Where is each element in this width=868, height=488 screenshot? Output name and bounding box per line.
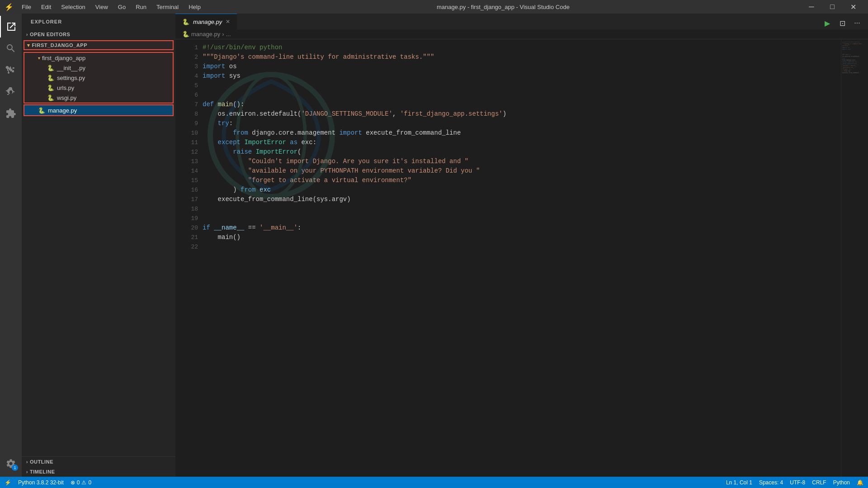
bell-icon: 🔔 — [857, 479, 863, 486]
code-line-6 — [203, 90, 841, 100]
folder-expand-icon: ▾ — [27, 42, 30, 48]
activity-explorer[interactable] — [0, 16, 22, 38]
file-name: urls.py — [57, 84, 74, 91]
chevron-right-icon: › — [26, 32, 28, 37]
language-label: Python — [833, 479, 850, 486]
settings-button[interactable]: 1 — [0, 453, 22, 474]
more-actions-button[interactable]: ··· — [851, 17, 863, 29]
code-line-1: #!/usr/bin/env python — [203, 43, 841, 52]
menu-file[interactable]: File — [17, 3, 36, 11]
maximize-button[interactable]: □ — [822, 0, 843, 14]
warning-number: 0 — [88, 479, 91, 486]
menu-selection[interactable]: Selection — [57, 3, 90, 11]
activity-source-control[interactable] — [0, 59, 22, 81]
menu-run[interactable]: Run — [131, 3, 151, 11]
wsgi-file[interactable]: 🐍 wsgi.py — [24, 93, 173, 103]
python-version-label: Python 3.8.2 32-bit — [18, 479, 64, 486]
code-content[interactable]: #!/usr/bin/env python """Django's comman… — [203, 39, 841, 477]
explorer-title: EXPLORER — [22, 14, 175, 29]
code-line-8: os.environ.setdefault('DJANGO_SETTINGS_M… — [203, 109, 841, 119]
status-right: Ln 1, Col 1 Spaces: 4 UTF-8 CRLF Python … — [726, 479, 863, 486]
code-line-14: "available on your PYTHONPATH environmen… — [203, 166, 841, 176]
indentation[interactable]: Spaces: 4 — [759, 479, 783, 486]
line-ending[interactable]: CRLF — [812, 479, 826, 486]
code-line-19 — [203, 214, 841, 223]
editor-area: 🐍 manage.py ✕ ▶ ⊡ ··· 🐍 manage.py › ... — [175, 14, 868, 477]
error-count[interactable]: ⊗ 0 ⚠ 0 — [71, 479, 91, 486]
breadcrumb-filename[interactable]: manage.py — [191, 31, 220, 38]
code-line-9: try: — [203, 119, 841, 128]
settings-file[interactable]: 🐍 settings.py — [24, 73, 173, 83]
tab-file-icon: 🐍 — [182, 19, 189, 25]
language-mode[interactable]: Python — [833, 479, 850, 486]
first-django-app-folder[interactable]: ▾ first_django_app — [24, 53, 173, 63]
position-label: Ln 1, Col 1 — [726, 479, 752, 486]
run-button[interactable]: ▶ — [821, 17, 834, 29]
activity-debug[interactable] — [0, 81, 22, 103]
menu-edit[interactable]: Edit — [37, 3, 56, 11]
chevron-right-icon: › — [26, 460, 28, 465]
sidebar: EXPLORER › OPEN EDITORS ▾ FIRST_DJANGO_A… — [22, 14, 175, 477]
code-editor[interactable]: 1 2 3 4 5 6 7 8 9 10 11 12 13 14 15 16 1 — [175, 39, 868, 477]
cursor-position[interactable]: Ln 1, Col 1 — [726, 479, 752, 486]
spaces-label: Spaces: 4 — [759, 479, 783, 486]
activity-extensions[interactable] — [0, 103, 22, 124]
folder-chevron-icon: ▾ — [38, 56, 40, 61]
error-icon: ⊗ — [71, 479, 75, 486]
minimap: #!/usr/bin/env python """Django's comman… — [841, 39, 868, 477]
code-line-20: if __name__ == '__main__': — [203, 223, 841, 233]
tab-bar: 🐍 manage.py ✕ ▶ ⊡ ··· — [175, 14, 868, 29]
python-file-icon: 🐍 — [47, 84, 54, 91]
code-line-16: ) from exc — [203, 185, 841, 195]
open-editors-header[interactable]: › OPEN EDITORS — [22, 29, 175, 39]
urls-file[interactable]: 🐍 urls.py — [24, 83, 173, 93]
minimize-button[interactable]: ─ — [801, 0, 822, 14]
file-tree: ▾ first_django_app 🐍 __init__.py 🐍 setti… — [22, 51, 175, 456]
file-name: wsgi.py — [57, 94, 76, 101]
file-name: manage.py — [48, 107, 77, 114]
python-version[interactable]: Python 3.8.2 32-bit — [18, 479, 64, 486]
code-line-7: def main(): — [203, 100, 841, 109]
manage-py-tab[interactable]: 🐍 manage.py ✕ — [175, 14, 237, 29]
python-file-icon: 🐍 — [38, 107, 45, 114]
code-line-13: "Couldn't import Django. Are you sure it… — [203, 157, 841, 166]
file-name: __init__.py — [57, 65, 85, 71]
editor-toolbar: ▶ ⊡ ··· — [821, 17, 868, 29]
encoding[interactable]: UTF-8 — [790, 479, 805, 486]
window-title: manage.py - first_django_app - Visual St… — [205, 4, 801, 10]
breadcrumb-separator: › — [222, 31, 224, 38]
encoding-label: UTF-8 — [790, 479, 805, 486]
code-line-11: except ImportError as exc: — [203, 138, 841, 147]
remote-indicator[interactable]: ⚡ — [5, 479, 11, 486]
titlebar: ⚡ File Edit Selection View Go Run Termin… — [0, 0, 868, 14]
root-folder-header[interactable]: ▾ FIRST_DJANGO_APP — [24, 40, 174, 50]
menu-help[interactable]: Help — [184, 3, 205, 11]
tab-label: manage.py — [193, 19, 222, 25]
code-line-3: import os — [203, 62, 841, 71]
vscode-icon: ⚡ — [5, 3, 14, 11]
python-file-icon: 🐍 — [47, 94, 54, 101]
tab-close-icon[interactable]: ✕ — [226, 19, 230, 25]
python-file-icon: 🐍 — [47, 65, 54, 71]
notifications-bell[interactable]: 🔔 — [857, 479, 863, 486]
line-numbers: 1 2 3 4 5 6 7 8 9 10 11 12 13 14 15 16 1 — [175, 39, 203, 477]
manage-file-box: 🐍 manage.py — [24, 104, 174, 116]
code-line-5 — [203, 81, 841, 90]
code-line-15: "forget to activate a virtual environmen… — [203, 176, 841, 185]
timeline-header[interactable]: › TIMELINE — [22, 467, 175, 477]
activity-search[interactable] — [0, 38, 22, 59]
chevron-right-icon: › — [26, 469, 28, 474]
warning-icon: ⚠ — [81, 479, 86, 486]
root-folder-container: ▾ FIRST_DJANGO_APP 项目根目录 — [22, 39, 175, 51]
close-button[interactable]: ✕ — [843, 0, 863, 14]
split-editor-button[interactable]: ⊡ — [836, 17, 849, 29]
init-file[interactable]: 🐍 __init__.py — [24, 63, 173, 73]
code-line-18 — [203, 204, 841, 214]
menu-view[interactable]: View — [91, 3, 113, 11]
outline-header[interactable]: › OUTLINE — [22, 457, 175, 467]
manage-file[interactable]: 🐍 manage.py — [24, 105, 173, 115]
menu-terminal[interactable]: Terminal — [152, 3, 183, 11]
code-line-4: import sys — [203, 71, 841, 81]
menu-go[interactable]: Go — [113, 3, 130, 11]
activity-bar: 1 — [0, 14, 22, 477]
